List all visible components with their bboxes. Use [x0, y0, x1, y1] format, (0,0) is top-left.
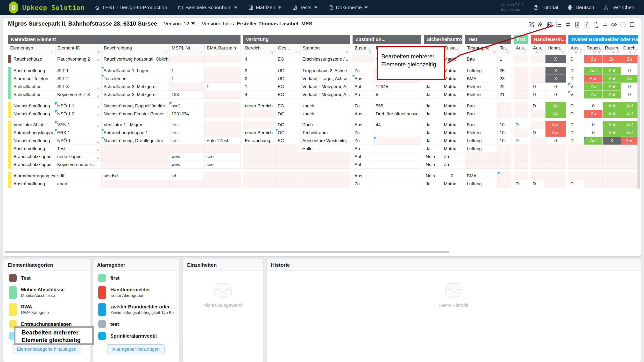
- filter-icon[interactable]: [579, 50, 583, 54]
- cell[interactable]: Ja: [424, 145, 442, 153]
- cell[interactable]: D: [514, 121, 528, 129]
- cell[interactable]: [465, 161, 498, 169]
- cell[interactable]: [352, 55, 374, 63]
- list-item-zweiter-brandmelder-oder[interactable]: zweiter Brandmelder oder ...Zweimeldungs…: [95, 301, 177, 318]
- cell[interactable]: wew: [170, 153, 204, 161]
- cell[interactable]: [300, 180, 350, 188]
- cell[interactable]: [243, 172, 276, 180]
- cell[interactable]: Matrix: [442, 180, 462, 188]
- cell[interactable]: sdff: [55, 172, 102, 180]
- impressum-link[interactable]: Impressum: [501, 7, 524, 12]
- cell[interactable]: An: [546, 102, 566, 110]
- file-refresh-button[interactable]: [592, 21, 599, 28]
- search-icon[interactable]: [96, 105, 100, 109]
- cell[interactable]: Ja: [424, 180, 442, 188]
- cell[interactable]: neue klappe: [55, 153, 102, 161]
- nav-dokumente[interactable]: Dokumente: [328, 4, 368, 10]
- cell[interactable]: ERK 1: [55, 129, 102, 137]
- cell[interactable]: [374, 153, 421, 161]
- cell[interactable]: DG: [276, 121, 300, 129]
- cell[interactable]: Auf: [621, 102, 638, 110]
- cell[interactable]: Schnelllauftor: [11, 83, 55, 91]
- cell[interactable]: test: [170, 121, 204, 129]
- search-icon[interactable]: [96, 113, 100, 117]
- cell[interactable]: D: [568, 137, 584, 145]
- cell[interactable]: [514, 145, 528, 153]
- cell[interactable]: [498, 153, 511, 161]
- cell[interactable]: D: [568, 110, 584, 118]
- cell[interactable]: [584, 172, 603, 180]
- cell[interactable]: [498, 180, 511, 188]
- cell[interactable]: Auf: [621, 129, 638, 137]
- cell[interactable]: Bau: [465, 102, 498, 110]
- cell[interactable]: Bau: [465, 55, 498, 63]
- cell[interactable]: Ja: [424, 102, 442, 110]
- cell[interactable]: [584, 180, 603, 188]
- table-row[interactable]: Alarmübertragung ext...sdffsdsdsdsdAusNe…: [11, 172, 638, 180]
- cell[interactable]: [204, 180, 240, 188]
- cell[interactable]: [374, 145, 421, 153]
- cell[interactable]: Abströmöffnung: [11, 67, 55, 75]
- cell[interactable]: [102, 153, 170, 161]
- cell[interactable]: 0: [621, 83, 638, 91]
- cell[interactable]: An: [352, 91, 374, 99]
- filter-icon[interactable]: [235, 50, 239, 54]
- cell[interactable]: [204, 121, 240, 129]
- cell[interactable]: [204, 75, 240, 83]
- cell[interactable]: Halo TZest: [204, 137, 240, 145]
- cell[interactable]: [276, 172, 300, 180]
- cell[interactable]: D: [568, 55, 584, 63]
- cell[interactable]: Verkauf - Metzgerei, A...: [300, 91, 350, 99]
- cell[interactable]: Matrix: [442, 110, 462, 118]
- cell[interactable]: [243, 110, 276, 118]
- filter-icon[interactable]: [598, 50, 601, 54]
- cell[interactable]: [243, 145, 276, 153]
- cell[interactable]: [546, 180, 566, 188]
- cell[interactable]: sd: [170, 172, 204, 180]
- cell[interactable]: [531, 161, 546, 169]
- cell[interactable]: Matrix: [442, 121, 462, 129]
- table-row[interactable]: AbströmöffnungSLT 1Schnelllauftor 1, Lag…: [11, 67, 638, 75]
- table-row[interactable]: AbströmöffnungaaaaZuJaMatrixLüftungDDD: [11, 180, 638, 188]
- cell[interactable]: An: [584, 83, 603, 91]
- cell[interactable]: Zu: [621, 55, 638, 63]
- cell[interactable]: Auf: [603, 121, 621, 129]
- cell[interactable]: 0: [584, 121, 603, 129]
- filter-icon[interactable]: [50, 50, 54, 54]
- column-header-msrl-nr[interactable]: MSRL Nr.: [170, 44, 204, 55]
- column-header-handt[interactable]: Handt...: [546, 44, 566, 55]
- cell[interactable]: Matrix: [442, 91, 462, 99]
- cell[interactable]: [374, 137, 421, 145]
- cell[interactable]: [514, 153, 528, 161]
- list-item-sprinkleralarmventil[interactable]: Sprinkleralarmventil: [95, 330, 177, 342]
- cell[interactable]: BMA: [465, 75, 498, 83]
- cell[interactable]: [603, 161, 621, 169]
- cell[interactable]: EG: [276, 102, 300, 110]
- table-row[interactable]: EntrauchungsklappeERK 1Entrauchungsklapp…: [11, 129, 638, 137]
- cell[interactable]: Lüftung: [465, 145, 498, 153]
- cell[interactable]: wew: [170, 161, 204, 169]
- cell[interactable]: Schnelllauftor 1, Lager: [102, 67, 170, 75]
- filter-icon[interactable]: [457, 50, 461, 54]
- cell[interactable]: D: [531, 91, 546, 99]
- cell[interactable]: Aus: [584, 75, 603, 83]
- cell[interactable]: Ventilator Abluft: [11, 121, 55, 129]
- search-icon[interactable]: [611, 50, 615, 54]
- cell[interactable]: [603, 172, 621, 180]
- cell[interactable]: An: [352, 145, 374, 153]
- cell[interactable]: [204, 172, 240, 180]
- cell[interactable]: An: [621, 75, 638, 83]
- nav-test-design-to-production[interactable]: TEST - Design-to-Production: [94, 4, 167, 10]
- search-icon[interactable]: [96, 86, 100, 90]
- list-item-handfeuermelder[interactable]: HandfeuermelderErster Alarmgeber: [95, 284, 177, 301]
- cell[interactable]: SLT 2: [55, 75, 102, 83]
- cell[interactable]: aaaa: [55, 180, 102, 188]
- cell[interactable]: [546, 161, 566, 169]
- cell[interactable]: V: [568, 83, 584, 91]
- cell[interactable]: Zu: [352, 137, 374, 145]
- cell[interactable]: Matrix: [442, 145, 462, 153]
- cell[interactable]: 555: [374, 102, 421, 110]
- cell[interactable]: Rauchvorhang horizontal, Oblicht: [102, 55, 170, 63]
- cell[interactable]: 4: [243, 55, 276, 63]
- lock-button[interactable]: [537, 21, 544, 28]
